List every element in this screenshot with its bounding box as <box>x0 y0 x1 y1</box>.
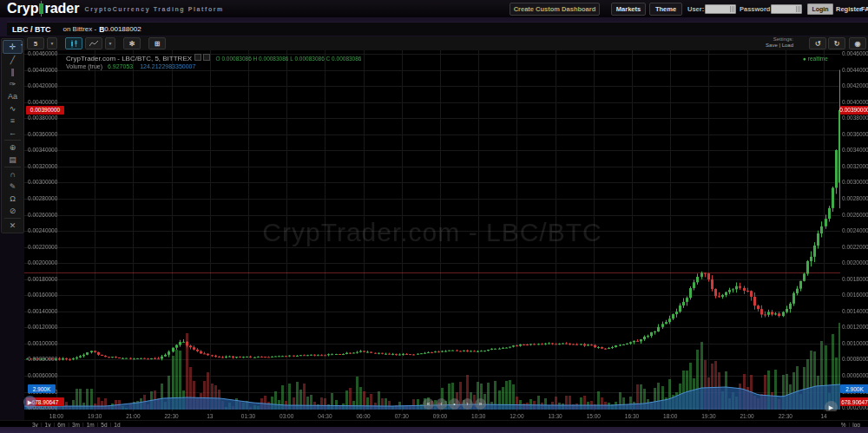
settings-label: Settings: <box>766 36 793 43</box>
time-axis-label: 07:30 <box>395 413 409 419</box>
measure-icon: ▤ <box>9 156 16 164</box>
redo-icon: ↻ <box>834 40 840 48</box>
chart-nav-button-3[interactable]: › <box>462 398 473 410</box>
chart-nav-button-2[interactable]: • <box>449 398 460 410</box>
time-axis[interactable]: 18:0019:3021:0022:301301:3003:0004:3006:… <box>24 411 868 420</box>
brush-tool[interactable]: ✑ <box>3 78 22 90</box>
gear-icon: ✻ <box>129 40 135 48</box>
remove-icon: ✕ <box>10 222 16 230</box>
faq-link[interactable]: FAQ <box>861 5 868 13</box>
candlestick-style-button[interactable] <box>65 37 82 49</box>
app-logo[interactable]: Cryprader CryptoCurrency Trading Platfor… <box>7 1 224 16</box>
remove-tool[interactable]: ✕ <box>3 220 22 232</box>
time-axis-label: 22:30 <box>164 413 178 419</box>
chart-toolbar: 5 ▼ ▼ ✻ ⊞ Settings: Save | Load <box>24 36 868 51</box>
crosshair-tool[interactable]: ✛ <box>3 40 23 54</box>
camera-icon: ◉ <box>855 40 861 48</box>
time-axis-label: 14 <box>820 413 826 419</box>
time-axis-label: 21:00 <box>740 413 753 419</box>
separator: | <box>779 43 780 48</box>
toolbar-divider <box>4 167 21 167</box>
chart-settings-button[interactable]: ✻ <box>123 37 141 49</box>
edit-icon: ✎ <box>10 183 16 191</box>
time-axis-label: 15:00 <box>587 413 601 419</box>
crosshair-icon: ✛ <box>10 43 16 51</box>
toolbar-divider <box>4 140 21 141</box>
time-axis-label: 01:30 <box>241 413 255 419</box>
pattern-tool-tool[interactable]: ∿ <box>3 102 22 115</box>
time-axis-label: 19:30 <box>701 413 715 419</box>
legend-control-icon[interactable] <box>194 54 201 61</box>
brush-icon: ✑ <box>10 81 16 89</box>
password-input[interactable] <box>771 4 802 14</box>
zoom-tool[interactable]: ⊕ <box>3 141 22 154</box>
interval-button[interactable]: 5 <box>27 37 44 49</box>
indicators-button[interactable]: ⊞ <box>148 37 166 49</box>
redo-button[interactable]: ↻ <box>828 37 845 49</box>
legend-title: CrypTrader.com - LBC/BTC, 5, BITTREX <box>66 55 192 62</box>
interval-dropdown[interactable]: ▼ <box>47 37 57 49</box>
markets-button[interactable]: Markets <box>611 3 646 16</box>
undo-button[interactable]: ↺ <box>809 37 826 49</box>
line-chart-icon <box>89 40 98 47</box>
volume-value: 6.927053 <box>108 63 133 69</box>
top-header: Cryprader CryptoCurrency Trading Platfor… <box>0 0 868 17</box>
candlestick-icon <box>70 40 78 48</box>
trend-line-icon: ╱ <box>10 56 15 64</box>
hide-tool[interactable]: ⊘ <box>3 205 22 217</box>
open-value: 0.00083086 <box>221 56 251 62</box>
arrow-tool-tool[interactable]: ← <box>3 127 22 139</box>
trend-line-tool[interactable]: ╱ <box>3 54 22 66</box>
time-axis-label: 10:30 <box>471 413 485 419</box>
elliott-wave-tool[interactable]: ≡ <box>3 115 22 127</box>
time-axis-label: 18:00 <box>49 413 63 419</box>
user-input[interactable] <box>705 4 736 14</box>
password-label: Password: <box>740 5 773 13</box>
realtime-indicator: ● realtime <box>803 56 828 62</box>
line-style-button[interactable] <box>85 37 102 49</box>
ticker-price: 0.00188002 <box>104 25 141 33</box>
bottom-strip <box>0 427 868 433</box>
time-axis-label: 06:00 <box>356 413 370 419</box>
edit-tool[interactable]: ✎ <box>3 180 22 193</box>
logo-text-first: Cryp <box>7 1 38 16</box>
settings-save-load: Settings: Save | Load <box>766 36 793 49</box>
high-value: 0.00083086 <box>259 56 288 62</box>
input-resize-grip <box>730 6 734 12</box>
cryptrader-app: Cryprader CryptoCurrency Trading Platfor… <box>0 0 868 433</box>
scroll-left-button[interactable]: ▶ <box>23 396 36 409</box>
right-price-axis[interactable] <box>840 50 868 411</box>
chart-nav-button-0[interactable]: « <box>423 398 434 410</box>
chart-nav-button-1[interactable]: ‹ <box>436 398 447 410</box>
parallel-channel-tool[interactable]: ∥ <box>3 66 22 78</box>
play-icon: ▶ <box>829 404 833 411</box>
style-dropdown[interactable]: ▼ <box>105 37 115 49</box>
time-axis-label: 09:00 <box>433 413 447 419</box>
register-link[interactable]: Register <box>836 5 862 13</box>
text-tool-tool[interactable]: Aa <box>3 90 22 102</box>
open-label: O <box>216 56 220 62</box>
legend-control-icon[interactable] <box>203 54 210 61</box>
chart-nav-button-4[interactable]: » <box>475 398 486 410</box>
create-dashboard-button[interactable]: Create Custom Dashboard <box>510 3 600 16</box>
low-value: 0.00083086 <box>294 56 324 62</box>
undo-icon: ↺ <box>815 40 821 48</box>
time-axis-label: 22:30 <box>779 413 792 419</box>
save-settings-link[interactable]: Save <box>766 43 778 48</box>
logo-text-rest: rader <box>44 1 79 16</box>
lock-tool[interactable]: Ω <box>3 193 22 205</box>
theme-button[interactable]: Theme <box>649 3 682 16</box>
volume-label: Volume (true) <box>66 63 102 69</box>
magnet-tool[interactable]: ∩ <box>3 168 22 180</box>
measure-tool[interactable]: ▤ <box>3 154 22 166</box>
magnet-icon: ∩ <box>10 171 15 179</box>
time-axis-label: 04:30 <box>318 413 332 419</box>
lock-icon: Ω <box>10 195 16 203</box>
time-axis-label: 12:00 <box>510 413 523 419</box>
snapshot-button[interactable]: ◉ <box>849 37 866 49</box>
load-settings-link[interactable]: Load <box>782 43 793 48</box>
symbol-bar: LBC / BTC on Bittrex - B 0.00188002 <box>7 22 868 36</box>
chart-legend: CrypTrader.com - LBC/BTC, 5, BITTREX O 0… <box>66 54 361 62</box>
login-button[interactable]: Login <box>807 3 833 15</box>
play-icon: ▶ <box>28 399 32 406</box>
